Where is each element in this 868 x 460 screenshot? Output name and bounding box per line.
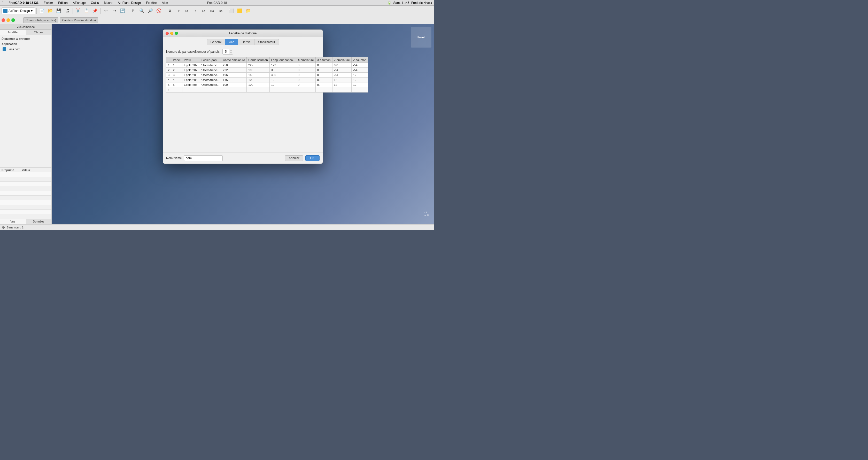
- menu-macro[interactable]: Macro: [103, 1, 114, 5]
- cell-corde-sau[interactable]: 196: [247, 68, 270, 72]
- cell-fichier[interactable]: /Users/frede...: [199, 78, 221, 83]
- cell-fichier[interactable]: /Users/frede...: [199, 72, 221, 78]
- cell-longueur[interactable]: 10: [270, 78, 296, 83]
- right-view-button[interactable]: Ri: [191, 7, 199, 14]
- cell-x-sau[interactable]: 0.: [315, 83, 332, 87]
- cell-panel[interactable]: 2: [171, 68, 182, 72]
- tab-modele[interactable]: Modèle: [0, 30, 26, 35]
- cancel-button[interactable]: Annuler: [285, 155, 303, 161]
- dialog-tab-general[interactable]: Général: [207, 39, 225, 45]
- spinner-up-button[interactable]: ▲: [229, 49, 233, 52]
- tab-taches[interactable]: Tâches: [26, 30, 52, 35]
- menu-airplane[interactable]: Air Plane Design: [117, 1, 142, 5]
- zoom-fit-button[interactable]: 🔍: [138, 7, 146, 14]
- table-row[interactable]: 1 1 Eppler207 /Users/frede... 250 222 12…: [166, 63, 368, 68]
- nom-input[interactable]: [184, 155, 223, 161]
- menu-aide[interactable]: Aide: [161, 1, 169, 5]
- cell-panel[interactable]: 3: [171, 72, 182, 78]
- cell-x-sau[interactable]: 0: [315, 63, 332, 68]
- cell-panel[interactable]: 5: [171, 83, 182, 87]
- left-view-button[interactable]: Le: [200, 7, 208, 14]
- cell-z-emp[interactable]: -54: [332, 68, 351, 72]
- folder2-button[interactable]: 📁: [244, 7, 252, 14]
- front-view-button[interactable]: Fr: [174, 7, 182, 14]
- menu-affichage[interactable]: Affichage: [72, 1, 87, 5]
- close-window-button[interactable]: [2, 18, 5, 22]
- paste-button[interactable]: 📌: [91, 7, 99, 14]
- cell-profil[interactable]: Eppler207: [182, 63, 199, 68]
- cell-x-emp[interactable]: 0: [296, 83, 315, 87]
- workbench-dropdown[interactable]: AirPlaneDesign ▾: [2, 7, 35, 14]
- table-row[interactable]: 2 2 Eppler207 /Users/frede... 222 196 35…: [166, 68, 368, 72]
- tab-vue[interactable]: Vue: [0, 219, 26, 224]
- open-file-button[interactable]: 📂: [46, 7, 54, 14]
- cell-x-emp[interactable]: 0: [296, 78, 315, 83]
- cell-x-sau[interactable]: 0: [315, 72, 332, 78]
- cell-panel[interactable]: 1: [171, 63, 182, 68]
- nav-cube[interactable]: Front: [411, 27, 431, 48]
- cell-longueur[interactable]: 122: [270, 63, 296, 68]
- back-view-button[interactable]: Ba: [208, 7, 216, 14]
- menu-fenetre[interactable]: Fenêtre: [145, 1, 158, 5]
- cell-corde-sau[interactable]: 100: [247, 83, 270, 87]
- apple-menu[interactable]: : [2, 1, 3, 5]
- menu-outils[interactable]: Outils: [90, 1, 100, 5]
- cell-longueur[interactable]: 456: [270, 72, 296, 78]
- dialog-maximize-button[interactable]: [175, 32, 178, 35]
- dialog-close-button[interactable]: [165, 32, 169, 35]
- create-rib-button[interactable]: Create a Rib(under dev): [23, 17, 58, 23]
- cell-panel[interactable]: 4: [171, 78, 182, 83]
- spinner-arrows[interactable]: ▲ ▼: [229, 49, 233, 54]
- cell-x-emp[interactable]: 0: [296, 63, 315, 68]
- cell-z-sau[interactable]: -54.: [351, 63, 368, 68]
- cell-corde-sau[interactable]: 222: [247, 63, 270, 68]
- cell-corde-emp[interactable]: 222: [221, 68, 247, 72]
- refresh-button[interactable]: 🔄: [119, 7, 127, 14]
- view-button[interactable]: 🚫: [155, 7, 163, 14]
- cell-x-sau[interactable]: 0: [315, 68, 332, 72]
- dialog-minimize-button[interactable]: [170, 32, 173, 35]
- cell-profil[interactable]: Eppler205: [182, 72, 199, 78]
- cell-corde-sau[interactable]: 100: [247, 78, 270, 83]
- cell-corde-emp[interactable]: 100: [221, 83, 247, 87]
- cell-z-sau[interactable]: 12: [351, 72, 368, 78]
- cell-profil[interactable]: Eppler207: [182, 68, 199, 72]
- cell-profil[interactable]: Eppler205: [182, 83, 199, 87]
- dialog-tab-stabilisateur[interactable]: Stabilisateur: [254, 39, 279, 45]
- bounding-box-button[interactable]: ⬜: [227, 7, 235, 14]
- menu-edition[interactable]: Édition: [57, 1, 69, 5]
- zoom-button[interactable]: 🔎: [147, 7, 154, 14]
- tab-donnees[interactable]: Données: [26, 219, 52, 224]
- cell-z-sau[interactable]: 12: [351, 83, 368, 87]
- redo-button[interactable]: ↪: [110, 7, 118, 14]
- panels-spinner[interactable]: 5 ▲ ▼: [222, 49, 233, 55]
- undo-button[interactable]: ↩: [102, 7, 110, 14]
- cell-z-emp[interactable]: 12: [332, 78, 351, 83]
- cell-z-sau[interactable]: -54: [351, 68, 368, 72]
- cell-z-emp[interactable]: 12: [332, 83, 351, 87]
- item-sans-nom[interactable]: Sans nom: [0, 47, 52, 52]
- dialog-tab-aile[interactable]: Aile: [225, 39, 238, 45]
- spinner-down-button[interactable]: ▼: [229, 52, 233, 55]
- cut-button[interactable]: ✂️: [74, 7, 82, 14]
- top-view-button[interactable]: To: [183, 7, 190, 14]
- ok-button[interactable]: OK: [305, 155, 319, 161]
- cell-x-emp[interactable]: 0: [296, 72, 315, 78]
- bottom-view-button[interactable]: Bo: [217, 7, 224, 14]
- new-file-button[interactable]: 📄: [38, 7, 46, 14]
- cell-longueur[interactable]: 35.: [270, 68, 296, 72]
- print-button[interactable]: 🖨: [64, 7, 71, 14]
- table-row[interactable]: 3 3 Eppler205 /Users/frede... 196 146 45…: [166, 72, 368, 78]
- cell-longueur[interactable]: 10: [270, 83, 296, 87]
- cell-fichier[interactable]: /Users/frede...: [199, 83, 221, 87]
- table-row[interactable]: 4 4 Eppler205 /Users/frede... 146 100 10…: [166, 78, 368, 83]
- maximize-window-button[interactable]: [11, 18, 15, 22]
- pointer-button[interactable]: 🖱: [129, 7, 137, 14]
- cell-fichier[interactable]: /Users/frede...: [199, 63, 221, 68]
- cell-corde-sau[interactable]: 146: [247, 72, 270, 78]
- cell-profil[interactable]: Eppler205: [182, 78, 199, 83]
- create-panel-button[interactable]: Create a Panel(under dev): [60, 17, 98, 23]
- minimize-window-button[interactable]: [6, 18, 10, 22]
- home-view-button[interactable]: ⊡: [165, 7, 173, 14]
- dialog-tab-derive[interactable]: Dérive: [238, 39, 254, 45]
